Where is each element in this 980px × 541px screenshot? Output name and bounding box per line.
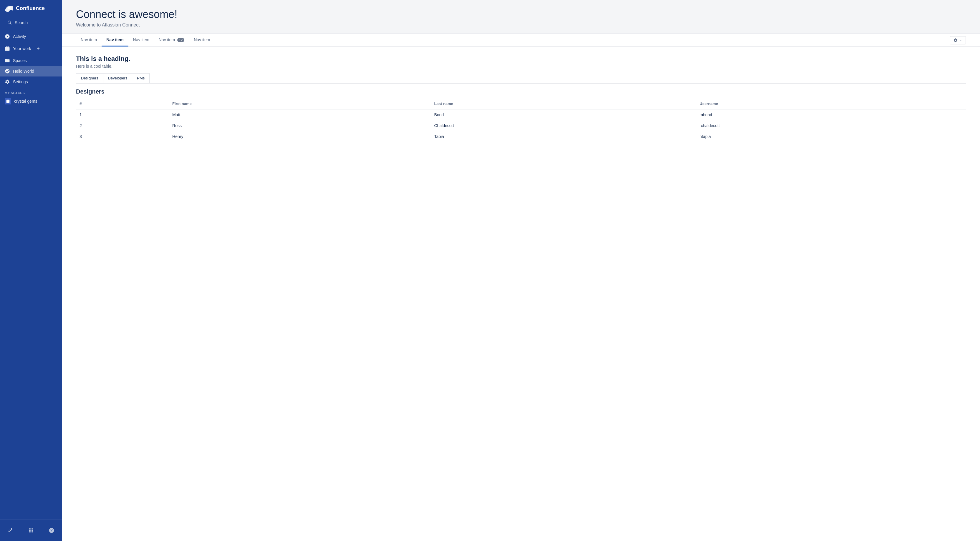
table-header-row: # First name Last name Username	[76, 98, 966, 109]
nav-actions	[950, 36, 966, 44]
activity-icon	[5, 34, 10, 39]
cell-num: 1	[76, 109, 169, 120]
sidebar-item-label: Settings	[13, 79, 28, 84]
data-table: # First name Last name Username 1MattBon…	[76, 98, 966, 142]
page-title: Connect is awesome!	[76, 8, 966, 21]
sidebar-item-settings[interactable]: Settings	[0, 76, 62, 87]
col-header-first: First name	[169, 98, 431, 109]
cell-username: mbond	[696, 109, 966, 120]
sidebar: ✱ Confluence Search Activity Your work +…	[0, 0, 62, 541]
notifications-button[interactable]	[3, 525, 18, 536]
help-button[interactable]	[44, 525, 59, 536]
sidebar-item-label: Spaces	[13, 58, 27, 63]
tab-developers[interactable]: Developers	[103, 73, 132, 83]
main-content: Connect is awesome! Welcome to Atlassian…	[62, 0, 980, 541]
sidebar-item-activity[interactable]: Activity	[0, 31, 62, 42]
sidebar-bottom	[0, 520, 62, 541]
spaces-icon	[5, 58, 10, 63]
space-item-crystal-gems[interactable]: crystal gems	[0, 96, 62, 106]
work-icon	[5, 46, 10, 51]
content-tabs: Designers Developers PMs	[76, 73, 966, 84]
nav-item-3[interactable]: Nav item	[128, 34, 154, 46]
nav-badge: 12	[177, 38, 185, 42]
apps-icon	[28, 527, 34, 533]
page-header: Connect is awesome! Welcome to Atlassian…	[62, 0, 980, 34]
sidebar-nav: Activity Your work + Spaces Hello World …	[0, 30, 62, 520]
col-header-num: #	[76, 98, 169, 109]
tab-section-title: Designers	[76, 88, 966, 95]
sidebar-item-label: Your work	[13, 46, 31, 51]
tab-pms[interactable]: PMs	[132, 73, 150, 83]
content-subtext: Here is a cool table.	[76, 64, 966, 68]
nav-item-1[interactable]: Nav item	[76, 34, 102, 46]
page-subtitle: Welcome to Atlassian Connect	[76, 22, 966, 28]
table-header: # First name Last name Username	[76, 98, 966, 109]
cell-last: Tapia	[431, 131, 696, 142]
chevron-down-icon	[959, 38, 963, 42]
sidebar-search-area: Search	[0, 16, 62, 30]
page-nav: Nav item Nav item Nav item Nav item 12 N…	[62, 34, 980, 47]
nav-item-2[interactable]: Nav item	[102, 34, 128, 46]
table-row: 1MattBondmbond	[76, 109, 966, 120]
cell-username: htapia	[696, 131, 966, 142]
gear-settings-icon	[953, 38, 958, 43]
col-header-username: Username	[696, 98, 966, 109]
sidebar-item-spaces[interactable]: Spaces	[0, 55, 62, 66]
search-label: Search	[15, 20, 28, 25]
sidebar-item-label: Activity	[13, 34, 26, 39]
svg-text:✱: ✱	[7, 6, 10, 10]
cell-username: rchaldecott	[696, 120, 966, 131]
table-body: 1MattBondmbond2RossChaldecottrchaldecott…	[76, 109, 966, 142]
cell-first: Matt	[169, 109, 431, 120]
tab-designers[interactable]: Designers	[76, 73, 103, 83]
app-name: Confluence	[16, 5, 45, 11]
content-heading: This is a heading.	[76, 55, 966, 63]
hello-world-icon	[5, 68, 10, 74]
nav-items: Nav item Nav item Nav item Nav item 12 N…	[76, 34, 215, 46]
table-row: 2RossChaldecottrchaldecott	[76, 120, 966, 131]
sidebar-item-hello-world[interactable]: Hello World	[0, 66, 62, 76]
confluence-logo-icon: ✱	[5, 4, 13, 12]
space-icon	[5, 98, 11, 105]
gear-icon	[5, 79, 10, 84]
search-button[interactable]: Search	[5, 18, 57, 27]
cell-num: 3	[76, 131, 169, 142]
help-icon	[49, 527, 54, 533]
gear-settings-button[interactable]	[950, 36, 966, 44]
space-label: crystal gems	[14, 99, 37, 103]
col-header-last: Last name	[431, 98, 696, 109]
notification-icon	[7, 527, 13, 533]
page-content: This is a heading. Here is a cool table.…	[62, 47, 980, 541]
table-row: 3HenryTapiahtapia	[76, 131, 966, 142]
nav-item-4[interactable]: Nav item 12	[154, 34, 189, 46]
sidebar-item-your-work[interactable]: Your work +	[0, 42, 62, 55]
nav-item-4-label: Nav item	[159, 37, 175, 42]
add-button[interactable]: +	[34, 44, 42, 53]
cell-first: Ross	[169, 120, 431, 131]
svg-rect-2	[6, 100, 10, 103]
cell-last: Bond	[431, 109, 696, 120]
nav-item-5[interactable]: Nav item	[189, 34, 215, 46]
sidebar-logo: ✱ Confluence	[0, 0, 62, 16]
search-icon	[7, 20, 13, 25]
cell-num: 2	[76, 120, 169, 131]
my-spaces-label: MY SPACES	[0, 87, 62, 96]
sidebar-item-label: Hello World	[13, 69, 34, 73]
cell-last: Chaldecott	[431, 120, 696, 131]
cell-first: Henry	[169, 131, 431, 142]
apps-button[interactable]	[23, 525, 38, 536]
